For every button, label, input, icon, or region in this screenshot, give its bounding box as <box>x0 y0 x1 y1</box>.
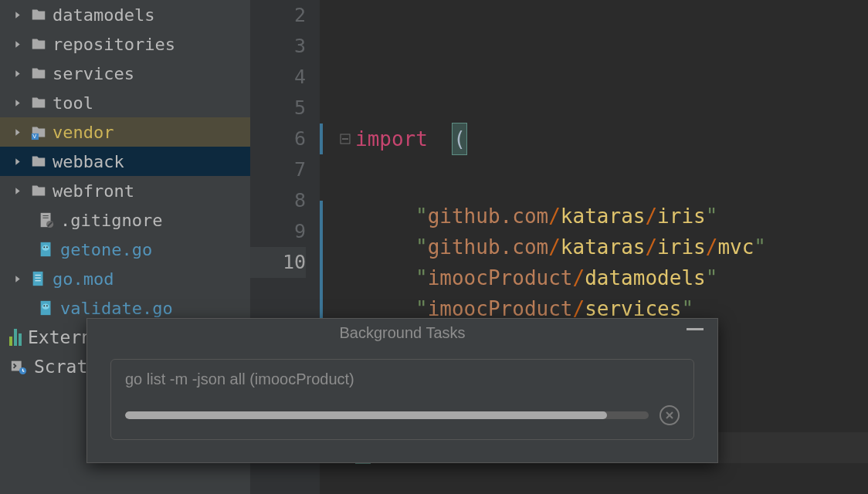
code-line[interactable]: "github.com/kataras/iris" <box>320 201 868 232</box>
folder-icon <box>29 93 48 112</box>
tree-item-vendor[interactable]: Vvendor <box>0 117 250 147</box>
tree-item-label: services <box>53 64 134 83</box>
line-number[interactable]: 10 <box>250 247 306 278</box>
chevron-right-icon <box>11 213 25 227</box>
tree-item-label: repositories <box>53 35 175 54</box>
svg-point-8 <box>42 245 49 251</box>
go-icon <box>37 240 56 259</box>
mod-icon <box>29 269 48 288</box>
console-icon <box>9 357 28 376</box>
code-line[interactable]: "imoocProduct/datamodels" <box>320 262 868 293</box>
open-paren: ( <box>452 123 467 155</box>
tree-item-webfront[interactable]: webfront <box>0 176 250 205</box>
tree-item-label: getone.go <box>60 240 152 259</box>
tree-item-label: validate.go <box>60 299 173 318</box>
chevron-right-icon[interactable] <box>11 272 25 286</box>
tree-item-go-mod[interactable]: go.mod <box>0 264 250 293</box>
folder-v-icon: V <box>29 123 48 141</box>
chevron-right-icon[interactable] <box>11 154 25 168</box>
svg-text:V: V <box>32 133 36 140</box>
svg-point-17 <box>43 305 45 306</box>
line-number[interactable]: 9 <box>250 216 306 247</box>
line-number[interactable]: 5 <box>250 93 306 124</box>
tree-item-webback[interactable]: webback <box>0 147 250 176</box>
chevron-right-icon[interactable] <box>11 184 25 198</box>
svg-rect-11 <box>33 272 43 286</box>
folder-icon <box>29 152 48 171</box>
tree-item-label: datamodels <box>53 5 154 25</box>
line-number[interactable]: 8 <box>250 185 306 216</box>
tree-item-getone-go[interactable]: getone.go <box>0 235 250 264</box>
chart-icon <box>9 329 22 346</box>
folder-icon <box>29 5 48 24</box>
svg-point-9 <box>43 246 45 248</box>
popup-title: Background Tasks <box>87 319 717 347</box>
chevron-right-icon[interactable] <box>11 66 25 80</box>
go-icon <box>37 299 56 317</box>
tree-item-tool[interactable]: tool <box>0 88 250 117</box>
chevron-right-icon[interactable] <box>11 37 25 51</box>
keyword-import: import <box>355 124 428 154</box>
line-number[interactable]: 2 <box>250 0 306 31</box>
minimize-icon[interactable] <box>687 328 704 330</box>
progress-bar <box>125 411 649 419</box>
tree-item-label: webback <box>53 152 124 171</box>
chevron-right-icon[interactable] <box>11 96 25 110</box>
tree-item-datamodels[interactable]: datamodels <box>0 0 250 29</box>
folder-icon <box>29 64 48 83</box>
svg-point-18 <box>46 305 48 306</box>
chevron-right-icon <box>11 301 25 315</box>
folder-icon <box>29 35 48 53</box>
tree-item-label: webfront <box>53 181 134 201</box>
tree-item-label: .gitignore <box>60 211 162 230</box>
external-label: Extern <box>28 327 92 347</box>
gitignore-icon <box>37 211 56 229</box>
background-tasks-popup: Background Tasks go list -m -json all (i… <box>86 318 718 463</box>
line-number[interactable]: 3 <box>250 31 306 62</box>
tree-item-label: go.mod <box>53 269 114 289</box>
cancel-task-button[interactable] <box>659 405 680 425</box>
line-number[interactable]: 4 <box>250 62 306 93</box>
svg-point-16 <box>42 304 49 310</box>
tree-item-services[interactable]: services <box>0 59 250 88</box>
line-number[interactable]: 7 <box>250 154 306 185</box>
tree-item-label: tool <box>53 93 93 113</box>
tree-item-label: vendor <box>53 123 114 142</box>
line-number[interactable]: 6 <box>250 124 306 154</box>
chevron-right-icon <box>11 242 25 256</box>
folder-icon <box>29 181 48 200</box>
task-command: go list -m -json all (imoocProduct) <box>125 370 680 388</box>
chevron-right-icon[interactable] <box>11 8 25 22</box>
chevron-right-icon[interactable] <box>11 125 25 139</box>
fold-icon[interactable] <box>338 132 352 146</box>
tree-item-repositories[interactable]: repositories <box>0 29 250 59</box>
svg-point-10 <box>46 246 48 248</box>
tree-item--gitignore[interactable]: .gitignore <box>0 205 250 235</box>
task: go list -m -json all (imoocProduct) <box>110 359 694 440</box>
code-line[interactable]: "github.com/kataras/iris/mvc" <box>320 232 868 262</box>
